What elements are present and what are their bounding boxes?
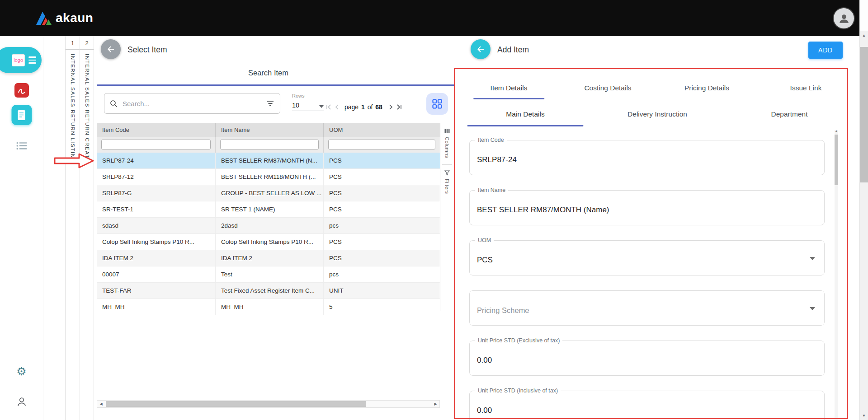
table-row-selected[interactable]: SRLP87-24 BEST SELLER RM87/MONTH (N... P… — [97, 153, 440, 169]
scroll-right-arrow[interactable]: ▶ — [432, 401, 439, 407]
last-page-button[interactable] — [396, 104, 402, 110]
back-button[interactable] — [101, 39, 121, 59]
cell-item-name: MH_MH — [216, 299, 324, 315]
prev-page-button[interactable] — [334, 104, 340, 110]
cell-item-code: 00007 — [97, 266, 216, 282]
rows-per-page-select[interactable]: Rows 10 — [292, 93, 324, 111]
item-code-field[interactable]: Item Code SRLP87-24 — [469, 140, 825, 175]
table-row[interactable]: SRLP87-12 BEST SELLER RM118/MONTH (... P… — [97, 169, 440, 185]
tab-item-details[interactable]: Item Details — [459, 77, 558, 99]
tab-issue-link[interactable]: Issue Link — [756, 77, 855, 99]
cell-item-code: MH_MH — [97, 299, 216, 315]
table-row[interactable]: TEST-FAR Test Fixed Asset Register Item … — [97, 283, 440, 299]
list-icon — [16, 141, 28, 150]
pricing-scheme-select-field[interactable]: Pricing Scheme — [469, 290, 825, 326]
next-page-button[interactable] — [387, 104, 394, 110]
active-subtab-indicator — [467, 125, 584, 126]
cell-uom: pcs — [324, 266, 440, 282]
grid-icon — [432, 99, 442, 109]
document-icon — [17, 109, 27, 121]
table-row[interactable]: Colop Self Inking Stamps P10 R... Colop … — [97, 234, 440, 250]
cell-item-name: Test — [216, 266, 324, 282]
search-item-tab[interactable]: Search Item — [97, 69, 440, 77]
window-scrollbar[interactable]: ▲ ▼ — [859, 0, 868, 420]
menu-icon[interactable] — [28, 56, 36, 64]
uom-select-field[interactable]: UOM PCS — [469, 240, 825, 275]
columns-icon — [444, 128, 450, 134]
active-tab-indicator — [473, 98, 545, 99]
scroll-left-arrow[interactable]: ◀ — [97, 401, 105, 407]
panel-scrollbar[interactable]: ▲ — [835, 130, 838, 420]
table-row[interactable]: sdasd 2dasd pcs — [97, 218, 440, 234]
panel-title: Select Item — [127, 45, 167, 55]
workspace-tab-listing[interactable]: 1 INTERNAL SALES RETURN LISTING — [65, 36, 80, 420]
scrollbar-thumb[interactable] — [106, 401, 366, 407]
field-value: PCS — [477, 256, 493, 265]
first-page-button[interactable] — [326, 104, 332, 110]
subtab-delivery-instruction[interactable]: Delivery Instruction — [591, 102, 723, 126]
pdf-app-icon[interactable] — [14, 83, 29, 98]
filter-list-icon[interactable] — [266, 100, 274, 107]
add-item-panel: Add Item ADD Item Details Costing Detail… — [459, 36, 855, 420]
field-value: BEST SELLER RM87/MONTH (Name) — [477, 205, 609, 215]
field-placeholder: Pricing Scheme — [477, 306, 529, 315]
apps-grid-button[interactable] — [426, 93, 448, 115]
person-outline-icon — [16, 397, 27, 407]
item-name-filter-input[interactable] — [220, 140, 319, 149]
list-menu-icon[interactable] — [15, 141, 28, 151]
user-avatar[interactable] — [834, 8, 854, 28]
arrow-left-icon — [106, 45, 115, 54]
table-row[interactable]: IDA ITEM 2 IDA ITEM 2 PCS — [97, 250, 440, 266]
scroll-up-arrow[interactable]: ▲ — [835, 129, 838, 132]
tab-costing-details[interactable]: Costing Details — [558, 77, 657, 99]
brand: akaun — [36, 11, 93, 25]
item-name-field[interactable]: Item Name BEST SELLER RM87/MONTH (Name) — [469, 190, 825, 225]
select-item-panel: Select Item Search Item Rows 10 page 1 o… — [97, 36, 454, 420]
tab-pricing-details[interactable]: Pricing Details — [657, 77, 756, 99]
subtab-department[interactable]: Department — [723, 102, 855, 126]
back-button[interactable] — [471, 39, 491, 59]
scrollbar-thumb[interactable] — [835, 135, 838, 185]
columns-tool[interactable]: Columns — [440, 123, 454, 158]
cell-item-code: IDA ITEM 2 — [97, 250, 216, 266]
cell-uom: PCS — [324, 153, 440, 168]
profile-icon[interactable] — [16, 397, 27, 407]
sales-app-icon[interactable] — [11, 105, 32, 125]
rows-label: Rows — [292, 93, 324, 98]
workspace-logo-pill[interactable]: logo — [0, 47, 42, 73]
scroll-down-arrow[interactable]: ▼ — [860, 414, 868, 418]
column-header-item-code[interactable]: Item Code — [97, 123, 216, 137]
tab-label: INTERNAL SALES RETURN LISTING — [70, 54, 75, 163]
add-button[interactable]: ADD — [808, 42, 843, 59]
sub-tabs: Main Details Delivery Instruction Depart… — [459, 102, 855, 126]
cell-uom: PCS — [324, 169, 440, 185]
sidebar: logo ⚙ — [0, 36, 43, 420]
scroll-up-arrow[interactable]: ▲ — [860, 33, 868, 37]
table-row[interactable]: 00007 Test pcs — [97, 266, 440, 283]
settings-gear-icon[interactable]: ⚙ — [0, 366, 43, 377]
filters-tool[interactable]: Filters — [440, 165, 454, 194]
uom-filter-input[interactable] — [328, 140, 435, 149]
pdf-glyph-icon — [16, 85, 27, 96]
cell-item-name: Colop Self Inking Stamps P10 R... — [216, 234, 324, 250]
search-input[interactable] — [122, 99, 266, 108]
table-row[interactable]: MH_MH MH_MH 5 — [97, 299, 440, 315]
subtab-main-details[interactable]: Main Details — [459, 102, 591, 126]
annotation-arrow — [53, 152, 95, 169]
column-header-item-name[interactable]: Item Name — [216, 123, 324, 137]
field-label: Unit Price STD (Exclusive of tax) — [475, 337, 562, 344]
cell-item-code: sdasd — [97, 218, 216, 233]
table-row[interactable]: SR-TEST-1 SR TEST 1 (NAME) PCS — [97, 201, 440, 218]
item-code-filter-input[interactable] — [101, 140, 211, 149]
workspace-tab-create[interactable]: 2 INTERNAL SALES RETURN CREATE — [80, 36, 94, 420]
cell-item-name: BEST SELLER RM87/MONTH (N... — [216, 153, 324, 168]
cell-item-code: Colop Self Inking Stamps P10 R... — [97, 234, 216, 250]
table-row[interactable]: SRLP87-G GROUP - BEST SELLER AS LOW ... … — [97, 185, 440, 201]
scrollbar-thumb[interactable] — [860, 47, 868, 182]
unit-price-exclusive-field[interactable]: Unit Price STD (Exclusive of tax) 0.00 — [469, 341, 825, 376]
column-header-uom[interactable]: UOM — [324, 123, 440, 137]
horizontal-scrollbar[interactable]: ◀ ▶ — [97, 400, 440, 408]
field-label: Item Code — [475, 136, 507, 144]
cell-uom: PCS — [324, 201, 440, 217]
unit-price-inclusive-field[interactable]: Unit Price STD (Inclusive of tax) 0.00 — [469, 391, 825, 420]
